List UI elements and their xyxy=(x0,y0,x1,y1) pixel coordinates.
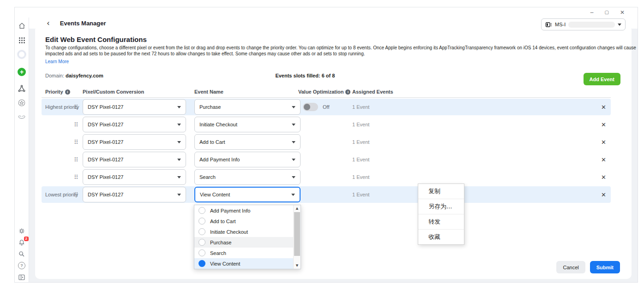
app-window: – ▢ ✕ + xyxy=(14,7,638,283)
minimize-button[interactable]: – xyxy=(590,9,594,16)
drag-handle[interactable]: ⠿ xyxy=(74,139,78,146)
close-button[interactable]: ✕ xyxy=(620,9,625,16)
add-event-button[interactable]: Add Event xyxy=(584,73,620,85)
notifications-bell-icon[interactable]: 2 xyxy=(18,239,26,246)
home-icon[interactable] xyxy=(18,22,26,30)
pixel-select-value: DSY Pixel-0127 xyxy=(88,122,123,127)
drag-handle[interactable]: ⠿ xyxy=(74,156,78,163)
menu-item-favorite[interactable]: 收藏 xyxy=(418,230,464,244)
account-label: MS-I xyxy=(555,22,566,27)
dropdown-option[interactable]: Add to Cart xyxy=(194,216,294,226)
edit-configurations-card: Edit Web Event Configurations To change … xyxy=(35,29,632,279)
assigned-events-value: 1 Event xyxy=(352,122,369,127)
assigned-events-value: 1 Event xyxy=(352,174,369,180)
drag-handle[interactable]: ⠿ xyxy=(74,174,78,181)
search-icon[interactable] xyxy=(18,250,26,258)
close-icon[interactable]: ✕ xyxy=(601,191,606,198)
scroll-down-icon[interactable]: ▼ xyxy=(294,262,301,269)
table-row: ⠿ DSY Pixel-0127 Add Payment Info 1 Even… xyxy=(42,151,611,168)
star-badge-icon[interactable] xyxy=(18,99,26,107)
radio-icon xyxy=(199,228,205,235)
close-icon[interactable]: ✕ xyxy=(601,104,606,111)
pixel-select[interactable]: DSY Pixel-0127 xyxy=(83,187,186,202)
content-area: Edit Web Event Configurations To change … xyxy=(29,29,638,282)
event-select-focused[interactable]: View Content xyxy=(194,187,301,202)
events-manager-icon[interactable] xyxy=(18,85,26,92)
value-optimization-header: Value Optimization xyxy=(298,89,343,95)
table-header-row: Priorityi Pixel/Custom Conversion Event … xyxy=(42,89,611,98)
close-icon[interactable]: ✕ xyxy=(601,174,606,181)
back-button[interactable]: ‹ xyxy=(47,18,50,28)
business-account-icon xyxy=(545,21,552,28)
apps-grid-icon[interactable] xyxy=(18,36,26,44)
dropdown-option-selected[interactable]: View Content xyxy=(194,258,294,269)
close-icon[interactable]: ✕ xyxy=(601,139,606,146)
option-label: Initiate Checkout xyxy=(210,229,248,235)
dropdown-option[interactable]: Add Payment Info xyxy=(194,205,294,216)
titlebar: – ▢ ✕ xyxy=(15,7,638,18)
chevron-down-icon xyxy=(292,176,295,178)
pixel-select[interactable]: DSY Pixel-0127 xyxy=(83,152,186,167)
event-select-value: Search xyxy=(199,174,216,180)
close-icon[interactable]: ✕ xyxy=(601,156,606,163)
redacted-account-name xyxy=(568,22,615,28)
scrollbar[interactable]: ▲ ▼ xyxy=(293,205,301,269)
help-icon[interactable]: ? xyxy=(18,262,26,269)
cancel-button[interactable]: Cancel xyxy=(556,261,585,273)
drag-handle[interactable]: ⠿ xyxy=(74,191,78,198)
chevron-down-icon xyxy=(177,124,181,126)
create-plus-icon[interactable]: + xyxy=(18,68,26,76)
event-rows: Highest priority ⠿ DSY Pixel-0127 Purcha… xyxy=(45,99,620,203)
menu-item-copy[interactable]: 复制 xyxy=(418,184,464,199)
table-row: ⠿ DSY Pixel-0127 Search 1 Event ✕ xyxy=(42,169,611,185)
pixel-select[interactable]: DSY Pixel-0127 xyxy=(83,99,186,115)
event-select[interactable]: Search xyxy=(194,169,301,185)
scroll-thumb[interactable] xyxy=(294,212,300,256)
dropdown-option[interactable]: Initiate Checkout xyxy=(194,226,294,237)
pixel-select[interactable]: DSY Pixel-0127 xyxy=(83,169,186,185)
chevron-down-icon xyxy=(291,194,295,196)
dropdown-option[interactable]: Search xyxy=(194,248,294,258)
toggle-state-label: Off xyxy=(323,104,329,110)
pixel-select[interactable]: DSY Pixel-0127 xyxy=(83,134,186,150)
option-label: Add to Cart xyxy=(210,219,236,224)
submit-button[interactable]: Submit xyxy=(590,261,620,273)
menu-item-forward[interactable]: 转发 xyxy=(418,214,464,230)
dropdown-option[interactable]: Purchase xyxy=(194,237,294,248)
event-select-value: Initiate Checkout xyxy=(199,122,237,127)
value-optimization-toggle[interactable] xyxy=(303,103,318,111)
chevron-down-icon xyxy=(177,141,181,143)
hands-icon[interactable] xyxy=(18,113,26,121)
account-selector[interactable]: MS-I xyxy=(541,18,626,30)
pixel-select-value: DSY Pixel-0127 xyxy=(88,192,123,197)
chevron-down-icon xyxy=(292,141,295,143)
chevron-down-icon xyxy=(177,106,181,108)
event-select[interactable]: Initiate Checkout xyxy=(194,117,301,132)
info-icon[interactable]: i xyxy=(345,89,350,95)
table-row: Highest priority ⠿ DSY Pixel-0127 Purcha… xyxy=(42,99,611,115)
assigned-events-value: 1 Event xyxy=(352,104,369,110)
collapse-sidebar-icon[interactable] xyxy=(18,273,26,281)
table-row: Lowest priority ⠿ DSY Pixel-0127 View Co… xyxy=(42,186,611,203)
event-select[interactable]: Add to Cart xyxy=(194,134,301,150)
info-icon[interactable]: i xyxy=(65,89,70,95)
drag-handle[interactable]: ⠿ xyxy=(74,104,78,111)
close-icon[interactable]: ✕ xyxy=(601,121,606,128)
chevron-down-icon xyxy=(292,159,295,161)
pixel-select[interactable]: DSY Pixel-0127 xyxy=(83,117,186,132)
priority-label: Lowest priority xyxy=(45,192,78,197)
chevron-down-icon xyxy=(618,24,621,26)
settings-gear-icon[interactable] xyxy=(18,227,26,235)
event-select[interactable]: Purchase xyxy=(194,99,301,115)
drag-handle[interactable]: ⠿ xyxy=(74,121,78,128)
scroll-up-icon[interactable]: ▲ xyxy=(294,205,301,212)
learn-more-link[interactable]: Learn More xyxy=(45,59,69,65)
domain-label: Domain: xyxy=(45,73,64,78)
menu-item-save-as[interactable]: 另存为... xyxy=(418,199,464,214)
event-select[interactable]: Add Payment Info xyxy=(194,152,301,167)
maximize-button[interactable]: ▢ xyxy=(604,9,608,16)
option-label: Add Payment Info xyxy=(210,208,250,213)
assigned-events-header: Assigned Events xyxy=(352,89,393,95)
pixel-icon[interactable] xyxy=(18,51,26,58)
assigned-events-value: 1 Event xyxy=(352,139,369,145)
